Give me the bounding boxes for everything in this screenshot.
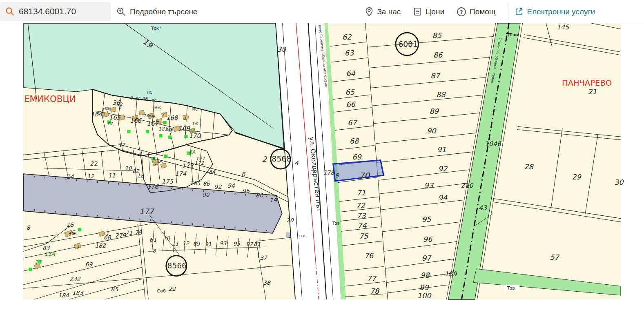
- map-label: 11: [172, 241, 179, 247]
- map-label: 78: [370, 287, 380, 295]
- map-label: 121: [158, 126, 167, 132]
- map-label: 175: [162, 178, 174, 185]
- nav-help[interactable]: ? Помощ: [457, 7, 496, 17]
- map-label: 88: [436, 91, 446, 99]
- price-list-icon: [413, 7, 422, 16]
- location-pin-icon: [365, 7, 374, 17]
- map-label: 13: [35, 259, 42, 265]
- map-label: 79: [135, 229, 143, 236]
- map-label: 37: [260, 255, 268, 261]
- search-icon: [5, 7, 15, 16]
- map-label: ПЖ: [70, 232, 76, 236]
- electronic-services-link[interactable]: Електронни услуги: [514, 7, 595, 16]
- map-label: ПС: [136, 97, 141, 101]
- nav-prices-label: Цени: [426, 7, 444, 16]
- map-label: 29: [572, 173, 582, 181]
- map-label: 95: [422, 215, 431, 224]
- map-canvas[interactable]: 6263646566676869707172737475767778858687…: [0, 23, 644, 321]
- map-label: 145: [557, 23, 569, 31]
- map-label: 22: [168, 286, 176, 292]
- map-label: МС: [192, 107, 198, 111]
- map-label: МЖ: [149, 114, 155, 118]
- detailed-search-button[interactable]: Подробно търсене: [116, 0, 198, 23]
- map-label: 37: [117, 142, 125, 148]
- map-label: 38: [263, 279, 271, 286]
- map-label: 85: [432, 31, 442, 40]
- map-label: 8А: [189, 149, 196, 155]
- nav-about[interactable]: За нас: [365, 7, 401, 17]
- detailed-search-label: Подробно търсене: [130, 7, 198, 16]
- map-label: 14: [67, 173, 74, 180]
- electronic-services-label: Електронни услуги: [527, 7, 595, 16]
- map-label: 20: [286, 217, 294, 224]
- svg-text:?: ?: [460, 9, 463, 15]
- map-label: 1: [77, 244, 80, 248]
- map-label: 2: [262, 155, 267, 164]
- map-label: 69: [85, 261, 93, 268]
- map-label: 96: [142, 97, 148, 101]
- nav-prices[interactable]: Цени: [413, 7, 444, 16]
- map-label: Соб: [157, 288, 166, 294]
- nav-about-label: За нас: [377, 7, 401, 16]
- map-label: 70: [359, 171, 370, 181]
- map-label: 89: [429, 107, 439, 115]
- map-label: 22: [90, 160, 98, 167]
- map-label: 30: [614, 178, 624, 186]
- map-label: Тзв: [332, 221, 340, 226]
- map-label: 96: [423, 235, 433, 244]
- map-label: 73: [357, 212, 366, 220]
- map-label: 173: [182, 162, 194, 169]
- map-label: 63: [345, 49, 354, 57]
- map-label: 86: [433, 51, 443, 59]
- map-label: Тзв: [507, 286, 515, 291]
- map-label: 66: [346, 100, 356, 108]
- map-label: 80: [256, 192, 264, 199]
- search-input[interactable]: [19, 7, 105, 16]
- map-label: 85: [194, 180, 201, 186]
- map-label: Тск*: [151, 26, 162, 31]
- map-label: 183: [72, 290, 84, 296]
- map-label: 43: [479, 204, 488, 212]
- map-label: 10: [125, 165, 132, 171]
- map-label: 68: [350, 137, 359, 145]
- map-label: 178: [323, 169, 335, 176]
- map-label: 61: [149, 237, 157, 243]
- map-label: 67: [348, 119, 357, 127]
- map-label: 2: [190, 180, 194, 186]
- map-label: 6001: [398, 40, 417, 49]
- map-label: 10: [163, 235, 170, 241]
- map-label: 210: [461, 182, 474, 189]
- map-label: 177: [139, 207, 155, 216]
- map-label: 8566: [167, 261, 187, 270]
- map-label: 57: [550, 253, 559, 261]
- map-label: 94: [438, 194, 448, 202]
- map-label: 1046: [485, 140, 502, 148]
- search-box[interactable]: [0, 2, 111, 21]
- map-label: Тзв: [509, 32, 518, 38]
- map-label: 91: [205, 241, 212, 247]
- map-label: 92: [438, 165, 448, 173]
- map-label: 89: [193, 241, 201, 247]
- map-label: 8568: [272, 155, 291, 163]
- map-label: 28: [524, 163, 534, 171]
- map-label: 98: [420, 271, 430, 279]
- map-label: 95: [233, 241, 240, 247]
- map-label: 1: [106, 231, 109, 236]
- map-label: 1: [154, 161, 157, 166]
- map-label: 93: [424, 182, 434, 190]
- map-label: ПЖ: [157, 159, 163, 164]
- cadastral-map[interactable]: 6263646566676869707172737475767778858687…: [0, 23, 644, 321]
- map-label: 96: [242, 188, 250, 194]
- map-label: 189: [445, 270, 458, 278]
- map-label: 4: [294, 159, 299, 166]
- help-icon: ?: [457, 7, 466, 17]
- map-label: 97: [422, 254, 432, 262]
- map-label: 9: [335, 172, 340, 179]
- map-label: ПС: [152, 157, 156, 161]
- external-link-icon: [514, 7, 524, 16]
- map-label: 93: [220, 240, 227, 246]
- map-label: 121: [196, 156, 205, 162]
- map-label: 81: [254, 241, 261, 247]
- map-label: сбЖ: [103, 107, 111, 111]
- map-label: 75: [359, 232, 368, 240]
